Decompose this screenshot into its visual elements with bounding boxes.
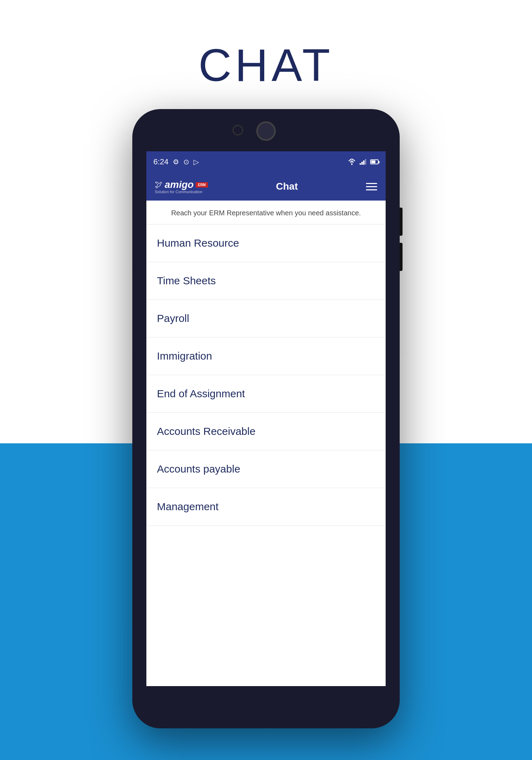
hamburger-line-2 (366, 186, 377, 187)
phone-device: 6:24 ⚙ ⊙ ▷ (132, 109, 400, 728)
app-header: 🕊 amigo ERM Solution for Communication C… (146, 172, 386, 201)
menu-item-label-human-resource: Human Resource (157, 237, 239, 249)
menu-list: Human ResourceTime SheetsPayrollImmigrat… (146, 224, 386, 686)
battery-icon (370, 159, 379, 164)
menu-item-immigration[interactable]: Immigration (146, 337, 386, 375)
logo-tag: ERM (196, 182, 208, 188)
app-logo: 🕊 amigo ERM Solution for Communication (155, 179, 208, 194)
logo-brand-text: amigo (165, 179, 194, 190)
status-bar: 6:24 ⚙ ⊙ ▷ (146, 151, 386, 172)
volume-up-button (400, 208, 403, 236)
svg-rect-3 (363, 160, 365, 165)
menu-item-accounts-payable[interactable]: Accounts payable (146, 450, 386, 488)
page-title: CHAT (0, 39, 532, 91)
logo-subtitle: Solution for Communication (155, 190, 202, 194)
menu-item-label-accounts-payable: Accounts payable (157, 463, 240, 475)
volume-down-button (400, 243, 403, 271)
menu-item-label-payroll: Payroll (157, 312, 189, 324)
menu-item-label-accounts-receivable: Accounts Receivable (157, 425, 255, 437)
header-title: Chat (276, 181, 298, 192)
bird-icon: 🕊 (155, 180, 163, 189)
subtitle-text: Reach your ERM Representative when you n… (146, 201, 386, 224)
svg-rect-2 (361, 162, 363, 165)
menu-item-label-time-sheets: Time Sheets (157, 275, 216, 287)
signal-icon (360, 159, 367, 165)
menu-item-payroll[interactable]: Payroll (146, 300, 386, 337)
svg-rect-1 (360, 163, 361, 165)
menu-item-human-resource[interactable]: Human Resource (146, 224, 386, 262)
hamburger-line-1 (366, 183, 377, 184)
gear-icon: ⚙ (173, 158, 179, 166)
front-camera-small (233, 125, 243, 135)
phone-top-bezel (132, 109, 400, 151)
menu-item-time-sheets[interactable]: Time Sheets (146, 262, 386, 300)
front-camera-main (256, 121, 276, 141)
menu-item-management[interactable]: Management (146, 488, 386, 526)
play-icon: ▷ (194, 158, 199, 166)
hamburger-line-3 (366, 189, 377, 190)
svg-point-0 (351, 164, 353, 165)
wifi-icon (348, 159, 356, 165)
menu-item-label-immigration: Immigration (157, 350, 212, 362)
status-time: 6:24 (153, 157, 169, 166)
svg-rect-4 (365, 159, 366, 165)
phone-screen: 6:24 ⚙ ⊙ ▷ (146, 151, 386, 686)
sync-icon: ⊙ (183, 158, 189, 166)
hamburger-menu-button[interactable] (366, 183, 377, 190)
menu-item-label-management: Management (157, 501, 218, 513)
status-right (348, 159, 379, 165)
menu-item-end-of-assignment[interactable]: End of Assignment (146, 375, 386, 413)
menu-item-accounts-receivable[interactable]: Accounts Receivable (146, 413, 386, 450)
menu-item-label-end-of-assignment: End of Assignment (157, 388, 245, 400)
status-left: 6:24 ⚙ ⊙ ▷ (153, 157, 199, 166)
